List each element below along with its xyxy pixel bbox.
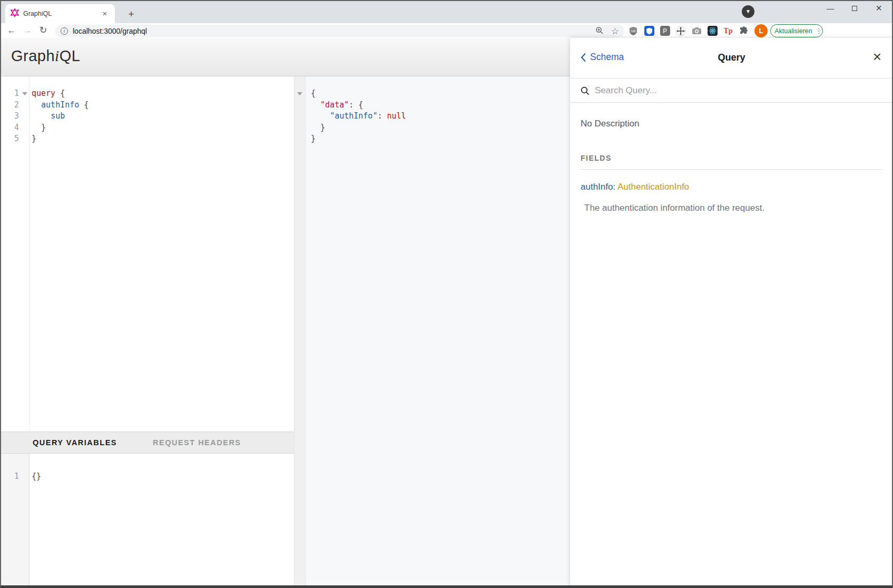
type-description: No Description <box>581 119 882 129</box>
code-line: {} <box>32 471 294 483</box>
line-number: 3 <box>0 111 19 122</box>
svg-text:U0: U0 <box>631 29 635 32</box>
line-number <box>294 122 306 134</box>
code-line: } <box>32 122 294 134</box>
line-number <box>294 111 306 122</box>
graphql-favicon-icon <box>11 8 19 19</box>
variables-editor[interactable]: 1 {} <box>0 454 294 588</box>
download-status-icon[interactable]: ▼ <box>742 5 754 18</box>
query-editor[interactable]: 12345 query { authInfo { sub }} <box>0 76 294 432</box>
field-name-link[interactable]: authInfo <box>581 182 613 192</box>
doc-search-input[interactable] <box>595 85 806 96</box>
tampermonkey-tp-extension-icon[interactable]: Tp <box>723 26 733 36</box>
back-icon[interactable]: ← <box>4 23 19 38</box>
line-number: 1 <box>0 88 19 100</box>
kebab-menu-icon[interactable]: ⋮ <box>816 30 819 32</box>
query-pane: 12345 query { authInfo { sub }} QUERY VA… <box>0 76 294 588</box>
code-line: { <box>311 88 570 100</box>
line-number <box>294 88 306 100</box>
code-line: } <box>311 133 570 145</box>
tab-query-variables[interactable]: QUERY VARIABLES <box>33 438 117 447</box>
doc-explorer-title: Query <box>570 52 893 63</box>
result-pane: { "data": { "authInfo": null }} <box>294 76 570 588</box>
ublock-extension-icon[interactable]: U0 <box>628 26 639 36</box>
browser-tab[interactable]: GraphiQL × <box>5 4 115 23</box>
bitwarden-extension-icon[interactable] <box>644 26 654 36</box>
line-number: 2 <box>0 100 19 111</box>
doc-explorer-body: No Description FIELDS authInfo: Authenti… <box>570 103 893 588</box>
doc-search-box <box>570 79 893 103</box>
update-page-action-button[interactable]: Aktualisieren ⋮ <box>770 24 823 37</box>
line-number: 5 <box>0 133 19 145</box>
maximize-icon <box>852 6 857 11</box>
search-icon <box>581 86 590 95</box>
browser-toolbar: ← → ↻ i localhost:3000/graphql ☆ U0 P <box>0 23 893 38</box>
screenshot-extension-icon[interactable] <box>691 26 702 36</box>
result-viewer[interactable]: { "data": { "authInfo": null }} <box>294 76 570 588</box>
field-description: The authentication information of the re… <box>584 203 882 213</box>
field-row: authInfo: AuthenticationInfo <box>581 182 882 192</box>
line-number: 4 <box>0 122 19 134</box>
reload-icon[interactable]: ↻ <box>36 23 51 38</box>
doc-close-icon[interactable]: × <box>873 50 881 64</box>
secondary-editor-tabbar: QUERY VARIABLES REQUEST HEADERS <box>0 432 294 454</box>
profile-avatar[interactable]: L <box>754 24 768 37</box>
line-number <box>294 100 306 111</box>
code-line: } <box>32 133 294 145</box>
code-line: query { <box>32 88 294 100</box>
window-maximize-button[interactable] <box>842 0 867 16</box>
tab-close-icon[interactable]: × <box>100 9 110 18</box>
line-number: 1 <box>0 471 19 483</box>
forward-icon[interactable]: → <box>20 23 35 38</box>
site-info-icon[interactable]: i <box>61 27 68 35</box>
code-line: } <box>311 122 570 134</box>
url-text: localhost:3000/graphql <box>73 27 588 35</box>
window-minimize-button[interactable]: — <box>818 0 842 16</box>
fold-arrow-icon[interactable] <box>297 92 302 95</box>
doc-explorer-panel: Schema Query × No Description FIELDS aut… <box>570 38 893 588</box>
tab-request-headers[interactable]: REQUEST HEADERS <box>153 438 241 447</box>
fold-arrow-icon[interactable] <box>22 92 27 95</box>
bookmark-star-icon[interactable]: ☆ <box>611 26 619 37</box>
extensions-puzzle-icon[interactable] <box>739 26 749 36</box>
fields-heading: FIELDS <box>581 154 882 170</box>
p-extension-icon[interactable]: P <box>660 26 670 36</box>
move-tool-extension-icon[interactable] <box>675 26 686 36</box>
zoom-page-icon[interactable] <box>595 26 604 36</box>
browser-tab-strip: GraphiQL × + ▼ — × <box>0 0 893 23</box>
window-close-button[interactable]: × <box>867 0 891 16</box>
code-line: authInfo { <box>32 100 294 111</box>
new-tab-button[interactable]: + <box>124 7 138 21</box>
line-number <box>294 133 306 145</box>
address-bar[interactable]: i localhost:3000/graphql ☆ <box>55 25 624 37</box>
code-line: "authInfo": null <box>311 111 570 122</box>
doc-explorer-header: Schema Query × <box>570 38 893 79</box>
react-devtools-extension-icon[interactable] <box>707 26 718 36</box>
tab-title: GraphiQL <box>23 10 100 17</box>
graphiql-logo: GraphiQL <box>11 47 80 65</box>
code-line: sub <box>32 111 294 122</box>
code-line: "data": { <box>311 100 570 111</box>
field-type-link[interactable]: AuthenticationInfo <box>617 182 689 192</box>
